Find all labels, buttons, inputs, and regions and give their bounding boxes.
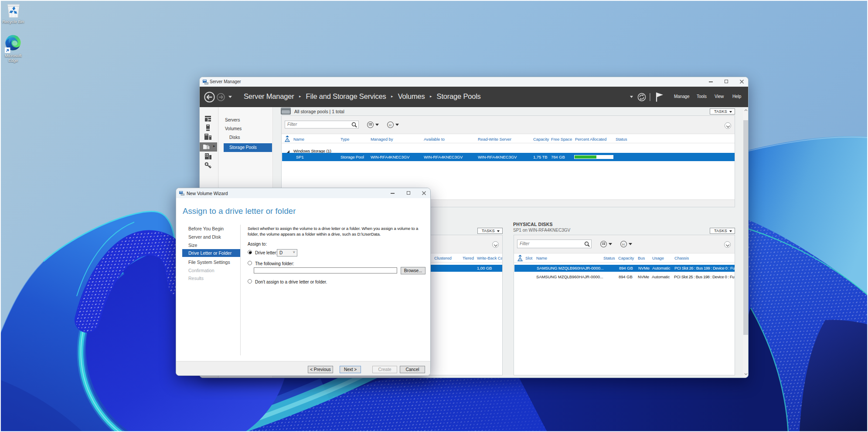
svg-text:H: H [622, 243, 625, 246]
svg-text:H: H [389, 123, 391, 127]
